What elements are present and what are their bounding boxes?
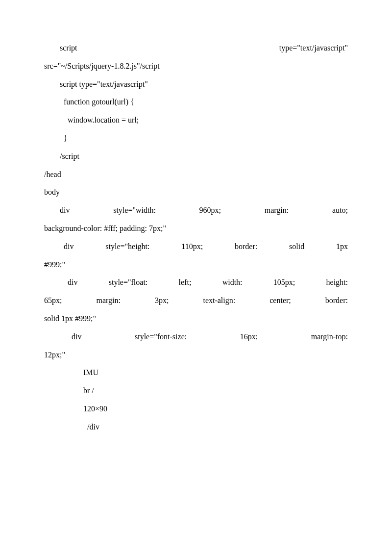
code-line: 65px; margin: 3px; text-align: center; b… bbox=[44, 292, 348, 310]
code-line: 12px;" bbox=[44, 346, 348, 364]
code-line: /head bbox=[44, 166, 348, 184]
code-line: div style="font-size: 16px; margin-top: bbox=[44, 328, 348, 346]
code-line: } bbox=[44, 129, 348, 148]
code-line: br / bbox=[44, 382, 348, 400]
code-line: div style="height: 110px; border: solid … bbox=[44, 238, 348, 256]
code-line: background-color: #fff; padding: 7px;" bbox=[44, 220, 348, 238]
code-line: /script bbox=[44, 148, 348, 166]
code-line: #999;" bbox=[44, 256, 348, 274]
code-line: body bbox=[44, 183, 348, 202]
code-line: div style="float: left; width: 105px; he… bbox=[44, 274, 348, 292]
code-line: IMU bbox=[44, 364, 348, 382]
code-line: /div bbox=[44, 418, 348, 436]
code-line: script type="text/javascript" bbox=[44, 39, 348, 57]
code-line: script type="text/javascript" bbox=[44, 76, 348, 94]
code-line: div style="width: 960px; margin: auto; bbox=[44, 202, 348, 220]
code-line: solid 1px #999;" bbox=[44, 310, 348, 328]
code-line: src="~/Scripts/jquery-1.8.2.js"/script bbox=[44, 57, 348, 76]
code-line: window.location = url; bbox=[44, 111, 348, 129]
document-page: script type="text/javascript" src="~/Scr… bbox=[0, 0, 392, 555]
code-line: 120×90 bbox=[44, 400, 348, 418]
code-line: function gotourl(url) { bbox=[44, 93, 348, 111]
